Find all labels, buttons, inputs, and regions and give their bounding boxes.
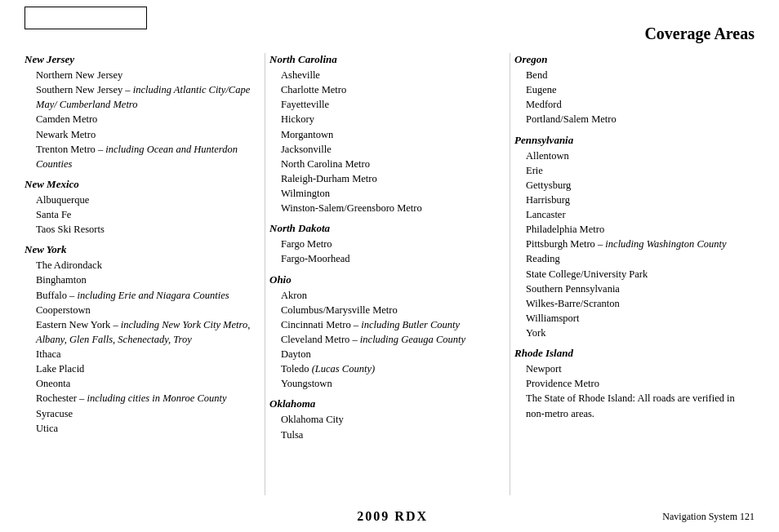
list-item: Southern New Jersey – including Atlantic… <box>24 82 256 112</box>
list-item: Columbus/Marysville Metro <box>269 303 501 317</box>
section-header-col3-1: Pennsylvania <box>514 134 746 147</box>
list-item: Cincinnati Metro – including Butler Coun… <box>269 317 501 332</box>
section-header-col2-0: North Carolina <box>269 53 501 66</box>
list-item: Newark Metro <box>24 127 256 142</box>
footer-page-number: 121 <box>740 511 755 522</box>
list-item: Wilmington <box>269 186 501 201</box>
list-item: Winston-Salem/Greensboro Metro <box>269 201 501 215</box>
list-item: Oklahoma City <box>269 412 501 427</box>
list-item: Harrisburg <box>514 193 746 207</box>
list-item: York <box>514 326 746 340</box>
list-item: Allentown <box>514 149 746 163</box>
list-item: Binghamton <box>24 273 256 287</box>
list-item: State College/University Park <box>514 267 746 282</box>
list-item: Gettysburg <box>514 178 746 193</box>
footer-right: Navigation System 121 <box>662 511 755 523</box>
list-item: Dayton <box>269 347 501 361</box>
footer: 2009 RDX Navigation System 121 <box>0 509 779 524</box>
list-item: Raleigh-Durham Metro <box>269 171 501 186</box>
list-item: Trenton Metro – including Ocean and Hunt… <box>24 142 256 171</box>
list-item: Charlotte Metro <box>269 82 501 97</box>
list-item: Utica <box>24 421 256 436</box>
list-item: Rochester – including cities in Monroe C… <box>24 391 256 406</box>
list-item: Toledo (Lucas County) <box>269 361 501 376</box>
list-item: Williamsport <box>514 311 746 326</box>
footer-nav-label: Navigation System <box>662 511 737 522</box>
list-item: Cooperstown <box>24 303 256 317</box>
section-header-col1-0: New Jersey <box>24 53 256 66</box>
list-item: Fargo-Moorhead <box>269 251 501 266</box>
list-item: Albuquerque <box>24 193 256 207</box>
list-item: Akron <box>269 288 501 303</box>
list-item: Camden Metro <box>24 112 256 126</box>
list-item: Philadelphia Metro <box>514 222 746 237</box>
list-item: The Adirondack <box>24 258 256 273</box>
footer-center: 2009 RDX <box>122 509 662 524</box>
list-item: Reading <box>514 251 746 266</box>
list-item: The State of Rhode Island: All roads are… <box>514 391 746 420</box>
list-item: Bend <box>514 68 746 82</box>
section-header-col2-3: Oklahoma <box>269 397 501 410</box>
list-item: Providence Metro <box>514 376 746 391</box>
list-item: Santa Fe <box>24 207 256 222</box>
section-header-col3-2: Rhode Island <box>514 347 746 360</box>
list-item: Portland/Salem Metro <box>514 112 746 126</box>
list-item: Lake Placid <box>24 361 256 376</box>
list-item: Buffalo – including Erie and Niagara Cou… <box>24 288 256 303</box>
list-item: Jacksonville <box>269 142 501 157</box>
list-item: Eastern New York – including New York Ci… <box>24 317 256 347</box>
list-item: Eugene <box>514 82 746 97</box>
list-item: Wilkes-Barre/Scranton <box>514 296 746 311</box>
list-item: North Carolina Metro <box>269 157 501 171</box>
section-header-col3-0: Oregon <box>514 53 746 66</box>
list-item: Southern Pennsylvania <box>514 282 746 296</box>
list-item: Fayetteville <box>269 97 501 112</box>
list-item: Hickory <box>269 112 501 126</box>
list-item: Ithaca <box>24 347 256 361</box>
top-rectangle <box>24 7 147 29</box>
column-2: North CarolinaAshevilleCharlotte MetroFa… <box>265 53 510 495</box>
column-3: OregonBendEugeneMedfordPortland/Salem Me… <box>510 53 755 495</box>
list-item: Cleveland Metro – including Geauga Count… <box>269 332 501 347</box>
content-area: New JerseyNorthern New JerseySouthern Ne… <box>24 53 755 495</box>
list-item: Medford <box>514 97 746 112</box>
section-header-col2-2: Ohio <box>269 273 501 286</box>
list-item: Tulsa <box>269 428 501 442</box>
list-item: Syracuse <box>24 406 256 421</box>
list-item: Lancaster <box>514 207 746 222</box>
list-item: Youngstown <box>269 376 501 391</box>
list-item: Morgantown <box>269 127 501 142</box>
list-item: Newport <box>514 361 746 376</box>
section-header-col1-1: New Mexico <box>24 178 256 191</box>
list-item: Pittsburgh Metro – including Washington … <box>514 237 746 251</box>
list-item: Asheville <box>269 68 501 82</box>
list-item: Erie <box>514 163 746 178</box>
list-item: Oneonta <box>24 376 256 391</box>
section-header-col1-2: New York <box>24 243 256 256</box>
list-item: Taos Ski Resorts <box>24 222 256 237</box>
list-item: Northern New Jersey <box>24 68 256 82</box>
list-item: Fargo Metro <box>269 237 501 251</box>
section-header-col2-1: North Dakota <box>269 222 501 235</box>
page-title: Coverage Areas <box>644 24 755 43</box>
column-1: New JerseyNorthern New JerseySouthern Ne… <box>24 53 265 495</box>
